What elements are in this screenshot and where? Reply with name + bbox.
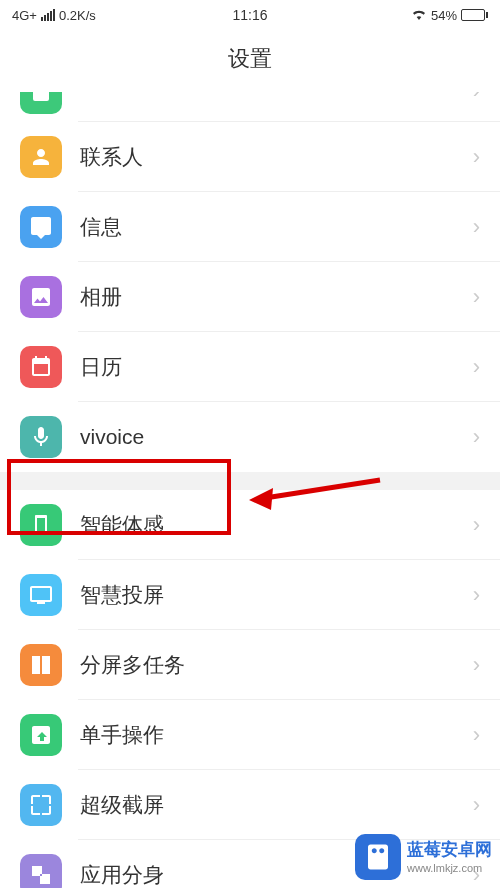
chevron-right-icon: › — [473, 652, 480, 678]
list-item-super-screenshot[interactable]: 超级截屏 › — [0, 770, 500, 840]
watermark-title: 蓝莓安卓网 — [407, 839, 492, 861]
group-separator — [0, 472, 500, 490]
split-screen-icon — [20, 644, 62, 686]
signal-icon — [41, 9, 55, 21]
chevron-right-icon: › — [473, 722, 480, 748]
chevron-right-icon: › — [473, 92, 480, 104]
chevron-right-icon: › — [473, 214, 480, 240]
chevron-right-icon: › — [473, 792, 480, 818]
chevron-right-icon: › — [473, 284, 480, 310]
watermark: 蓝莓安卓网 www.lmkjz.com — [355, 834, 492, 880]
list-item-messages[interactable]: 信息 › — [0, 192, 500, 262]
list-item-one-hand[interactable]: 单手操作 › — [0, 700, 500, 770]
messages-icon — [20, 206, 62, 248]
chevron-right-icon: › — [473, 424, 480, 450]
app-clone-icon — [20, 854, 62, 888]
wifi-icon — [411, 6, 427, 25]
item-label: 联系人 — [80, 143, 473, 171]
gallery-icon — [20, 276, 62, 318]
screenshot-icon — [20, 784, 62, 826]
smart-cast-icon — [20, 574, 62, 616]
list-item-partial[interactable]: › — [0, 92, 500, 122]
item-label: 分屏多任务 — [80, 651, 473, 679]
contacts-icon — [20, 136, 62, 178]
item-label: 信息 — [80, 213, 473, 241]
watermark-logo-icon — [355, 834, 401, 880]
settings-group-1: › 联系人 › 信息 › 相册 › 日历 › vivoice › — [0, 92, 500, 472]
chevron-right-icon: › — [473, 512, 480, 538]
page-title: 设置 — [0, 30, 500, 92]
watermark-url: www.lmkjz.com — [407, 861, 492, 875]
status-left: 4G+ 0.2K/s — [12, 8, 96, 23]
calendar-icon — [20, 346, 62, 388]
smart-motion-icon — [20, 504, 62, 546]
item-label: 单手操作 — [80, 721, 473, 749]
item-label: vivoice — [80, 425, 473, 449]
list-item-vivoice[interactable]: vivoice › — [0, 402, 500, 472]
item-label: 超级截屏 — [80, 791, 473, 819]
list-item-gallery[interactable]: 相册 › — [0, 262, 500, 332]
status-time: 11:16 — [232, 7, 267, 23]
network-type: 4G+ — [12, 8, 37, 23]
status-bar: 4G+ 0.2K/s 11:16 54% — [0, 0, 500, 30]
item-label: 相册 — [80, 283, 473, 311]
list-item-smart-cast[interactable]: 智慧投屏 › — [0, 560, 500, 630]
battery-percent: 54% — [431, 8, 457, 23]
battery-icon — [461, 9, 488, 21]
svg-rect-0 — [33, 92, 49, 101]
list-item-calendar[interactable]: 日历 › — [0, 332, 500, 402]
app-icon — [20, 92, 62, 114]
item-label: 日历 — [80, 353, 473, 381]
list-item-split-screen[interactable]: 分屏多任务 › — [0, 630, 500, 700]
vivoice-icon — [20, 416, 62, 458]
one-hand-icon — [20, 714, 62, 756]
network-speed: 0.2K/s — [59, 8, 96, 23]
item-label: 智能体感 — [80, 511, 473, 539]
chevron-right-icon: › — [473, 354, 480, 380]
list-item-smart-motion[interactable]: 智能体感 › — [0, 490, 500, 560]
status-right: 54% — [411, 6, 488, 25]
chevron-right-icon: › — [473, 144, 480, 170]
list-item-contacts[interactable]: 联系人 › — [0, 122, 500, 192]
chevron-right-icon: › — [473, 582, 480, 608]
item-label: 智慧投屏 — [80, 581, 473, 609]
settings-group-2: 智能体感 › 智慧投屏 › 分屏多任务 › 单手操作 › 超级截屏 › 应用分身 — [0, 490, 500, 888]
